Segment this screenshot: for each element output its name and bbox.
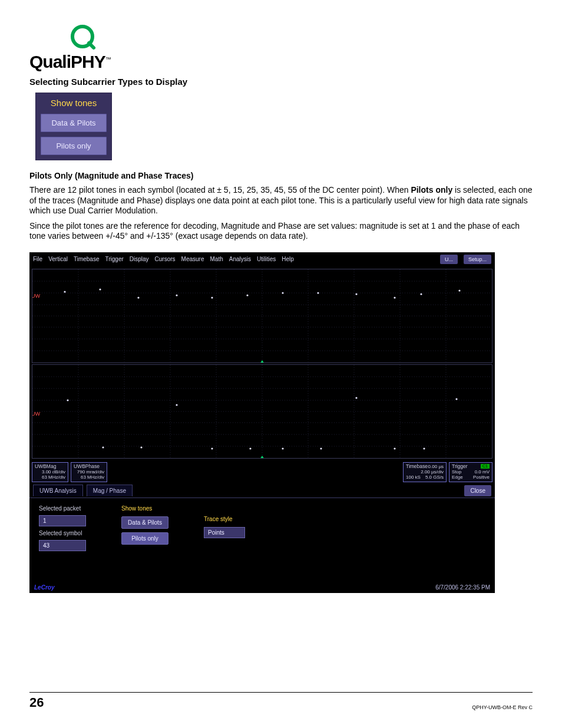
scope-brand: LeCroy — [34, 584, 54, 591]
menu-analysis[interactable]: Analysis — [229, 256, 251, 262]
dialog-data-pilots-button[interactable]: Data & Pilots — [121, 516, 168, 529]
pilots-only-button[interactable]: Pilots only — [41, 137, 107, 155]
svg-point-53 — [355, 397, 357, 398]
selected-symbol-label: Selected symbol — [39, 530, 86, 536]
menu-utilities[interactable]: Utilities — [257, 256, 276, 262]
selected-packet-label: Selected packet — [39, 505, 86, 512]
svg-point-49 — [211, 447, 213, 449]
svg-point-45 — [67, 399, 68, 401]
doc-rev: QPHY-UWB-OM-E Rev C — [472, 704, 533, 710]
svg-point-18 — [99, 288, 101, 290]
timebase-descriptor[interactable]: Timebase0.00 µs 2.00 µs/div 100 kS5.0 GS… — [403, 462, 447, 482]
menu-trigger[interactable]: Trigger — [105, 256, 123, 262]
svg-point-28 — [458, 289, 460, 291]
svg-point-52 — [320, 447, 322, 449]
magnitude-graticule: UW — [32, 269, 492, 363]
svg-point-19 — [137, 297, 139, 298]
menu-display[interactable]: Display — [130, 256, 149, 262]
scope-menubar: File Vertical Timebase Trigger Display C… — [29, 252, 495, 266]
data-and-pilots-button[interactable]: Data & Pilots — [41, 114, 107, 132]
svg-point-27 — [420, 293, 422, 295]
page-footer: 26 QPHY-UWB-OM-E Rev C — [29, 692, 533, 710]
page-number: 26 — [29, 695, 44, 710]
phase-graticule: UW — [32, 364, 492, 459]
mag-phase-dialog: Selected packet Selected symbol Show ton… — [29, 498, 495, 582]
tab-mag-phase[interactable]: Mag / Phase — [87, 485, 133, 496]
trace-style-input[interactable] — [204, 527, 245, 538]
svg-point-21 — [211, 297, 213, 298]
show-tones-title: Show tones — [41, 98, 107, 108]
descriptor-row: UWBMag 3.00 dB/div 63 MHz/div UWBPhase 7… — [29, 460, 495, 485]
tab-uwb-analysis[interactable]: UWB Analysis — [33, 485, 83, 496]
trigger-caret-phase — [260, 456, 265, 459]
trace-style-label: Trace style — [204, 516, 245, 522]
menu-measure[interactable]: Measure — [181, 256, 204, 262]
svg-point-50 — [249, 447, 251, 449]
svg-point-51 — [282, 447, 283, 449]
qualiphy-logo-mark — [65, 24, 100, 53]
trigger-caret-mag — [260, 360, 265, 363]
sub-heading: Pilots Only (Magnitude and Phase Traces) — [29, 171, 533, 180]
svg-point-22 — [246, 294, 248, 296]
setup-button[interactable]: Setup... — [464, 255, 491, 264]
qualiphy-wordmark: QualiPHY™ — [29, 52, 111, 72]
menu-math[interactable]: Math — [210, 256, 223, 262]
svg-point-23 — [282, 292, 283, 294]
close-dialog-button[interactable]: Close — [464, 485, 491, 496]
menu-file[interactable]: File — [33, 256, 42, 262]
svg-point-25 — [355, 293, 357, 295]
uwbmag-descriptor[interactable]: UWBMag 3.00 dB/div 63 MHz/div — [32, 462, 68, 482]
selected-symbol-input[interactable] — [39, 540, 86, 551]
svg-point-54 — [394, 447, 395, 449]
selected-packet-input[interactable] — [39, 515, 86, 526]
svg-point-48 — [176, 404, 177, 406]
uwbphase-descriptor[interactable]: UWBPhase 790 mrad/div 63 MHz/div — [71, 462, 107, 482]
menu-vertical[interactable]: Vertical — [48, 256, 68, 262]
paragraph-1: There are 12 pilot tones in each symbol … — [29, 185, 533, 216]
qualiphy-logo: QualiPHY™ — [29, 24, 533, 72]
paragraph-2: Since the pilot tones are the reference … — [29, 221, 533, 242]
dialog-pilots-only-button[interactable]: Pilots only — [121, 532, 168, 545]
svg-point-20 — [176, 294, 177, 296]
scope-footer: LeCroy 6/7/2006 2:22:35 PM — [29, 582, 495, 593]
dialog-show-tones-title: Show tones — [121, 505, 168, 512]
trigger-descriptor[interactable]: TriggerC1 Stop0.0 mV EdgePositive — [449, 462, 492, 482]
scope-screenshot: File Vertical Timebase Trigger Display C… — [29, 252, 495, 593]
svg-point-46 — [102, 446, 104, 448]
svg-point-26 — [394, 297, 395, 298]
menu-help[interactable]: Help — [282, 256, 294, 262]
svg-point-17 — [64, 291, 65, 292]
uw-label-phase: UW — [32, 411, 40, 417]
uw-label-mag: UW — [32, 293, 40, 299]
svg-point-47 — [140, 446, 142, 448]
show-tones-panel: Show tones Data & Pilots Pilots only — [35, 93, 112, 160]
svg-point-56 — [455, 398, 457, 400]
dialog-tabbar: UWB Analysis Mag / Phase Close — [29, 485, 495, 498]
menu-cursors[interactable]: Cursors — [155, 256, 176, 262]
undo-button[interactable]: U... — [440, 255, 458, 264]
scope-timestamp: 6/7/2006 2:22:35 PM — [435, 584, 490, 591]
section-heading: Selecting Subcarrier Types to Display — [29, 77, 533, 87]
menu-timebase[interactable]: Timebase — [74, 256, 100, 262]
svg-point-24 — [317, 292, 319, 294]
svg-point-55 — [423, 447, 425, 449]
